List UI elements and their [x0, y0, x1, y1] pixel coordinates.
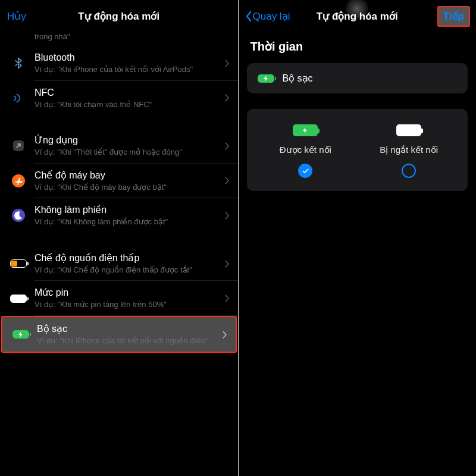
back-button[interactable]: Quay lại	[246, 10, 290, 23]
cancel-label: Hủy	[7, 10, 26, 23]
row-app[interactable]: Ứng dụng Ví dụ: "Khi "Thời tiết" được mở…	[0, 129, 238, 164]
row-sub: Ví dụ: "Khi Không làm phiền được bật"	[35, 217, 221, 227]
back-label: Quay lại	[253, 10, 290, 23]
row-bluetooth[interactable]: Bluetooth Ví dụ: "Khi iPhone của tôi kết…	[0, 46, 238, 81]
row-battery-level[interactable]: Mức pin Ví dụ: "Khi mức pin tăng lên trê…	[0, 281, 238, 316]
row-title: Ứng dụng	[35, 134, 221, 146]
row-title: Chế độ máy bay	[35, 170, 221, 181]
navbar: Quay lại Tự động hóa mới Tiếp	[239, 0, 477, 32]
chevron-right-icon	[225, 260, 230, 268]
radio-unselected	[402, 164, 416, 178]
choice-card: Được kết nối Bị ngắt kết nối	[247, 109, 468, 191]
row-charger[interactable]: Bộ sạc Ví dụ: "Khi iPhone của tôi kết nố…	[1, 316, 237, 353]
battery-charging-icon	[293, 124, 318, 136]
chevron-left-icon	[246, 11, 252, 21]
screen-charger-config: Quay lại Tự động hóa mới Tiếp Thời gian …	[239, 0, 477, 476]
battery-icon	[10, 290, 27, 308]
radio-selected	[298, 164, 312, 178]
bluetooth-icon	[10, 54, 27, 72]
page-title: Tự động hóa mới	[317, 10, 398, 23]
page-title: Tự động hóa mới	[78, 10, 159, 23]
app-icon	[10, 137, 27, 155]
row-sub: Ví dụ: "Khi "Thời tiết" được mở hoặc đón…	[35, 147, 221, 158]
chevron-right-icon	[225, 142, 230, 150]
airplane-icon	[10, 172, 27, 190]
chevron-right-icon	[225, 60, 230, 67]
choice-disconnected[interactable]: Bị ngắt kết nối	[359, 124, 458, 178]
trigger-label: Bộ sạc	[283, 73, 313, 84]
row-nfc[interactable]: NFC Ví dụ: "Khi tôi chạm vào thẻ NFC"	[0, 81, 238, 116]
row-title: Bộ sạc	[37, 323, 219, 335]
row-title: Không làm phiền	[35, 204, 221, 216]
battery-full-icon	[396, 124, 421, 136]
section-heading: Thời gian	[239, 32, 477, 61]
row-sub: Ví dụ: "Khi mức pin tăng lên trên 50%"	[35, 299, 221, 310]
nfc-icon	[10, 89, 27, 107]
choice-label: Được kết nối	[280, 145, 331, 155]
navbar: Hủy Tự động hóa mới	[0, 0, 238, 32]
row-sub: Ví dụ: "Khi Chế độ máy bay được bật"	[35, 182, 221, 193]
next-button[interactable]: Tiếp	[437, 6, 470, 27]
chevron-right-icon	[225, 177, 230, 184]
row-title: Bluetooth	[35, 52, 221, 64]
chevron-right-icon	[225, 295, 230, 302]
screen-automation-list: Hủy Tự động hóa mới trong nhà" Bluetooth…	[0, 0, 238, 476]
trigger-card: Bộ sạc	[247, 63, 468, 93]
row-sub: Ví dụ: "Khi iPhone của tôi kết nối với n…	[37, 336, 219, 346]
row-sub: Ví dụ: "Khi iPhone của tôi kết nối với A…	[35, 64, 221, 75]
row-low-power[interactable]: Chế độ nguồn điện thấp Ví dụ: "Khi Chế đ…	[0, 246, 238, 281]
low-power-icon	[10, 255, 27, 273]
row-dnd[interactable]: Không làm phiền Ví dụ: "Khi Không làm ph…	[0, 198, 238, 233]
row-title: Mức pin	[35, 287, 221, 299]
home-row-fragment: trong nhà"	[0, 32, 238, 46]
choice-label: Bị ngắt kết nối	[380, 145, 438, 155]
moon-icon	[10, 206, 27, 224]
charger-icon	[258, 74, 274, 83]
next-label: Tiếp	[443, 11, 464, 22]
cancel-button[interactable]: Hủy	[7, 10, 26, 23]
row-title: NFC	[35, 87, 221, 99]
row-sub: Ví dụ: "Khi Chế độ nguồn điện thấp được …	[35, 265, 221, 275]
chevron-right-icon	[225, 212, 230, 220]
chevron-right-icon	[225, 94, 230, 102]
charger-icon	[12, 325, 30, 343]
row-title: Chế độ nguồn điện thấp	[35, 252, 221, 264]
chevron-right-icon	[223, 331, 227, 339]
row-sub: Ví dụ: "Khi tôi chạm vào thẻ NFC"	[35, 99, 221, 110]
choice-connected[interactable]: Được kết nối	[256, 124, 355, 178]
row-airplane[interactable]: Chế độ máy bay Ví dụ: "Khi Chế độ máy ba…	[0, 164, 238, 199]
